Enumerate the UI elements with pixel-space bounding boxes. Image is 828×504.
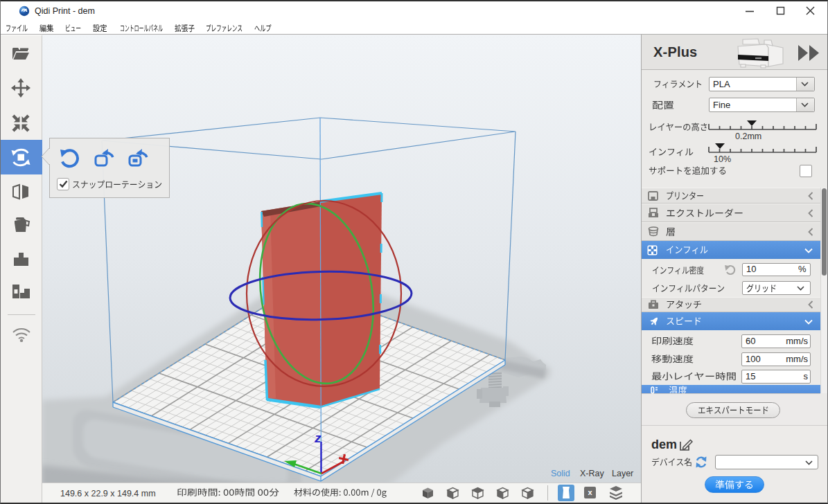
svg-text:z: z [314,431,321,445]
svg-text:Solid: Solid [551,469,570,478]
svg-text:X-Ray: X-Ray [580,469,604,478]
svg-text:Layer: Layer [612,469,633,478]
